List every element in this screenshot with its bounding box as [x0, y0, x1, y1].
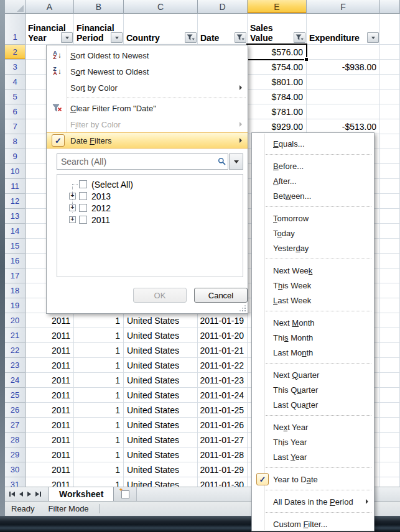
- cell-d28[interactable]: 2011-01-27: [198, 433, 248, 447]
- menu-item-clear-filter-from-date[interactable]: Clear Filter From "Date": [47, 100, 248, 116]
- cell-d27[interactable]: 2011-01-26: [198, 418, 248, 433]
- menu-item-this-year[interactable]: This Year: [252, 434, 374, 449]
- row-header-1[interactable]: 1: [5, 14, 26, 45]
- row-header-30[interactable]: 30: [5, 462, 26, 477]
- menu-item-year-to-date[interactable]: ✓Year to Date: [252, 472, 374, 487]
- menu-item-next-week[interactable]: Next Week: [252, 263, 374, 278]
- row-header-29[interactable]: 29: [5, 447, 26, 462]
- cell-b22[interactable]: 1: [74, 343, 124, 358]
- expand-icon[interactable]: +: [69, 193, 76, 200]
- cell-f4[interactable]: [307, 75, 380, 89]
- cell-c22[interactable]: United States: [124, 343, 198, 358]
- cell-f5[interactable]: [307, 89, 380, 104]
- cell-g28[interactable]: [380, 433, 400, 447]
- cell-d20[interactable]: 2011-01-19: [198, 313, 248, 328]
- cell-b23[interactable]: 1: [74, 358, 124, 373]
- filter-button-financial-year[interactable]: [61, 32, 73, 43]
- cell-d30[interactable]: 2011-01-29: [198, 462, 248, 477]
- cell-a29[interactable]: 2011: [26, 447, 74, 462]
- menu-item-this-quarter[interactable]: This Quarter: [252, 382, 374, 397]
- header-cell-b[interactable]: Financial Period: [74, 14, 124, 45]
- menu-item-sort-oldest-to-newest[interactable]: AZ↓Sort Oldest to Newest: [47, 47, 248, 63]
- cell-a28[interactable]: 2011: [26, 433, 74, 447]
- menu-item-last-quarter[interactable]: Last Quarter: [252, 397, 374, 412]
- cell-e3[interactable]: $754.00: [248, 60, 307, 75]
- menu-item-this-week[interactable]: This Week: [252, 278, 374, 293]
- cell-b26[interactable]: 1: [74, 403, 124, 418]
- cell-c26[interactable]: United States: [124, 403, 198, 418]
- next-sheet-button[interactable]: [27, 492, 31, 497]
- row-header-13[interactable]: 13: [5, 209, 26, 224]
- cell-a30[interactable]: 2011: [26, 462, 74, 477]
- row-header-19[interactable]: 19: [5, 298, 26, 313]
- menu-item-next-year[interactable]: Next Year: [252, 420, 374, 434]
- column-header-partial[interactable]: [380, 0, 400, 14]
- resize-grip[interactable]: [240, 305, 247, 313]
- cell-f3[interactable]: -$938.00: [307, 60, 380, 75]
- cell-g3[interactable]: [380, 60, 400, 75]
- cell-a22[interactable]: 2011: [26, 343, 74, 358]
- cell-e5[interactable]: $784.00: [248, 89, 307, 104]
- cell-g7[interactable]: [380, 119, 400, 134]
- cell-f2[interactable]: [307, 45, 380, 60]
- checkbox-2013[interactable]: [79, 192, 87, 200]
- menu-item-this-month[interactable]: This Month: [252, 330, 374, 345]
- cell-g8[interactable]: [380, 134, 400, 149]
- cell-g20[interactable]: [380, 313, 400, 328]
- filter-button-date[interactable]: [235, 32, 246, 43]
- row-header-11[interactable]: 11: [5, 179, 26, 194]
- tab-worksheet[interactable]: Worksheet: [49, 487, 114, 501]
- cell-g15[interactable]: [380, 239, 400, 254]
- cell-c24[interactable]: United States: [124, 373, 198, 388]
- cell-c20[interactable]: United States: [124, 313, 198, 328]
- cell-g13[interactable]: [380, 209, 400, 224]
- cell-g9[interactable]: [380, 149, 400, 164]
- row-header-9[interactable]: 9: [5, 149, 26, 164]
- header-cell-d[interactable]: Date: [198, 14, 248, 45]
- row-header-14[interactable]: 14: [5, 224, 26, 239]
- menu-item-today[interactable]: Today: [252, 226, 374, 241]
- tree-item-2012[interactable]: +2012: [57, 202, 243, 214]
- menu-item-between[interactable]: Between...: [252, 188, 374, 203]
- cell-d22[interactable]: 2011-01-21: [198, 343, 248, 358]
- cell-g17[interactable]: [380, 268, 400, 283]
- checkbox-select-all[interactable]: [79, 180, 87, 188]
- cell-a21[interactable]: 2011: [26, 328, 74, 343]
- previous-sheet-button[interactable]: [19, 492, 23, 497]
- tree-item-2013[interactable]: +2013: [57, 190, 243, 202]
- cell-b24[interactable]: 1: [74, 373, 124, 388]
- cell-c27[interactable]: United States: [124, 418, 198, 433]
- row-header-15[interactable]: 15: [5, 239, 26, 254]
- row-header-3[interactable]: 3: [5, 60, 26, 75]
- select-all-corner[interactable]: [5, 0, 26, 14]
- cell-a23[interactable]: 2011: [26, 358, 74, 373]
- cell-g14[interactable]: [380, 224, 400, 239]
- cell-d25[interactable]: 2011-01-24: [198, 388, 248, 403]
- filter-button-expenditure[interactable]: [367, 32, 379, 43]
- menu-item-last-month[interactable]: Last Month: [252, 345, 374, 360]
- cell-a25[interactable]: 2011: [26, 388, 74, 403]
- cell-b20[interactable]: 1: [74, 313, 124, 328]
- menu-item-last-week[interactable]: Last Week: [252, 293, 374, 308]
- row-header-6[interactable]: 6: [5, 104, 26, 119]
- menu-item-yesterday[interactable]: Yesterday: [252, 241, 374, 255]
- cell-g21[interactable]: [380, 328, 400, 343]
- row-header-20[interactable]: 20: [5, 313, 26, 328]
- cell-g12[interactable]: [380, 194, 400, 209]
- ok-button[interactable]: OK: [133, 288, 187, 303]
- cell-g4[interactable]: [380, 75, 400, 89]
- cancel-button[interactable]: Cancel: [194, 288, 248, 303]
- row-header-12[interactable]: 12: [5, 194, 26, 209]
- header-cell-partial[interactable]: [380, 14, 400, 45]
- menu-item-last-year[interactable]: Last Year: [252, 449, 374, 464]
- row-header-27[interactable]: 27: [5, 418, 26, 433]
- menu-item-next-quarter[interactable]: Next Quarter: [252, 367, 374, 382]
- cell-g25[interactable]: [380, 388, 400, 403]
- cell-d23[interactable]: 2011-01-22: [198, 358, 248, 373]
- column-header-d[interactable]: D: [198, 0, 248, 14]
- cell-b21[interactable]: 1: [74, 328, 124, 343]
- column-header-a[interactable]: A: [26, 0, 74, 14]
- tree-item-select-all[interactable]: (Select All): [57, 178, 243, 190]
- cell-b30[interactable]: 1: [74, 462, 124, 477]
- menu-item-filter-by-color[interactable]: Filter by Color: [47, 116, 248, 132]
